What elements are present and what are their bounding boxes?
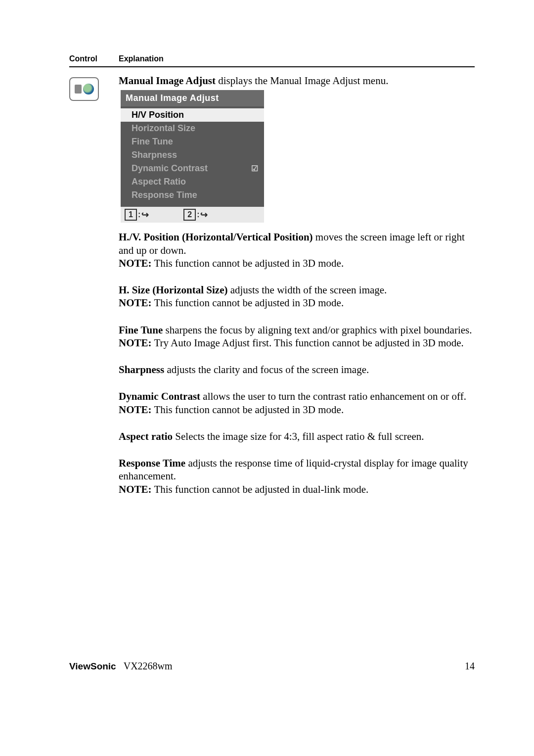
osd-item-horizontal-size[interactable]: Horizontal Size (121, 122, 264, 135)
osd-item-fine-tune[interactable]: Fine Tune (121, 135, 264, 148)
table-header: Control Explanation (69, 54, 475, 63)
osd-item-label: Sharpness (132, 150, 177, 160)
section-text: H./V. Position (Horizontal/Vertical Posi… (119, 231, 475, 257)
osd-item-label: Aspect Ratio (132, 177, 186, 187)
section-text: Aspect ratio Selects the image size for … (119, 430, 475, 443)
section-response-time: Response Time adjusts the response time … (119, 457, 475, 496)
page-footer: ViewSonic VX2268wm 14 (69, 661, 475, 672)
divider (69, 66, 475, 67)
osd-footer: 1 : ↪ 2 : ↪ (121, 207, 264, 223)
header-explanation: Explanation (119, 54, 164, 63)
section-note: NOTE: This function cannot be adjusted i… (119, 296, 475, 309)
osd-key-1: 1 : ↪ (125, 209, 149, 221)
osd-item-label: H/V Position (132, 110, 184, 120)
osd-item-label: Fine Tune (132, 137, 173, 147)
footer-left: ViewSonic VX2268wm (69, 661, 173, 672)
osd-item-response-time[interactable]: Response Time (121, 189, 264, 202)
intro-bold: Manual Image Adjust (119, 75, 216, 87)
intro-rest: displays the Manual Image Adjust menu. (216, 75, 388, 87)
section-note: NOTE: This function cannot be adjusted i… (119, 403, 475, 416)
control-column (69, 74, 119, 101)
section-dynamic-contrast: Dynamic Contrast allows the user to turn… (119, 390, 475, 416)
osd-body: H/V Position Horizontal Size Fine Tune S… (121, 106, 264, 207)
section-note: NOTE: This function cannot be adjusted i… (119, 257, 475, 270)
osd-item-label: Response Time (132, 190, 197, 200)
section-h-size: H. Size (Horizontal Size) adjusts the wi… (119, 284, 475, 310)
osd-menu: Manual Image Adjust H/V Position Horizon… (121, 90, 264, 223)
explanation-column: Manual Image Adjust displays the Manual … (119, 74, 475, 510)
section-text: Fine Tune sharpens the focus by aligning… (119, 324, 475, 336)
osd-item-sharpness[interactable]: Sharpness (121, 148, 264, 162)
footer-model: VX2268wm (124, 661, 173, 671)
section-note: NOTE: This function cannot be adjusted i… (119, 483, 475, 496)
footer-brand: ViewSonic (69, 661, 116, 671)
osd-item-label: Horizontal Size (132, 123, 195, 134)
section-text: Sharpness adjusts the clarity and focus … (119, 363, 475, 376)
section-aspect-ratio: Aspect ratio Selects the image size for … (119, 430, 475, 443)
section-text: Response Time adjusts the response time … (119, 457, 475, 483)
footer-page-number: 14 (465, 661, 475, 672)
checkbox-icon: ☑ (251, 164, 258, 173)
osd-item-dynamic-contrast[interactable]: Dynamic Contrast ☑ (121, 162, 264, 175)
osd-item-hv-position[interactable]: H/V Position (121, 108, 264, 122)
section-hv-position: H./V. Position (Horizontal/Vertical Posi… (119, 231, 475, 270)
header-control: Control (69, 54, 119, 63)
section-sharpness: Sharpness adjusts the clarity and focus … (119, 363, 475, 376)
section-text: Dynamic Contrast allows the user to turn… (119, 390, 475, 403)
key-two-icon: 2 (183, 209, 196, 221)
manual-image-adjust-icon (69, 77, 99, 101)
section-note: NOTE: Try Auto Image Adjust first. This … (119, 336, 475, 349)
key-one-icon: 1 (125, 209, 137, 221)
exit-arrow-icon: ↪ (141, 209, 149, 220)
osd-key-2: 2 : ↪ (183, 209, 208, 221)
osd-item-label: Dynamic Contrast (132, 163, 208, 174)
osd-title: Manual Image Adjust (121, 90, 264, 106)
section-fine-tune: Fine Tune sharpens the focus by aligning… (119, 324, 475, 350)
intro-text: Manual Image Adjust displays the Manual … (119, 74, 475, 87)
section-text: H. Size (Horizontal Size) adjusts the wi… (119, 284, 475, 296)
enter-arrow-icon: ↪ (200, 209, 208, 220)
osd-item-aspect-ratio[interactable]: Aspect Ratio (121, 175, 264, 189)
